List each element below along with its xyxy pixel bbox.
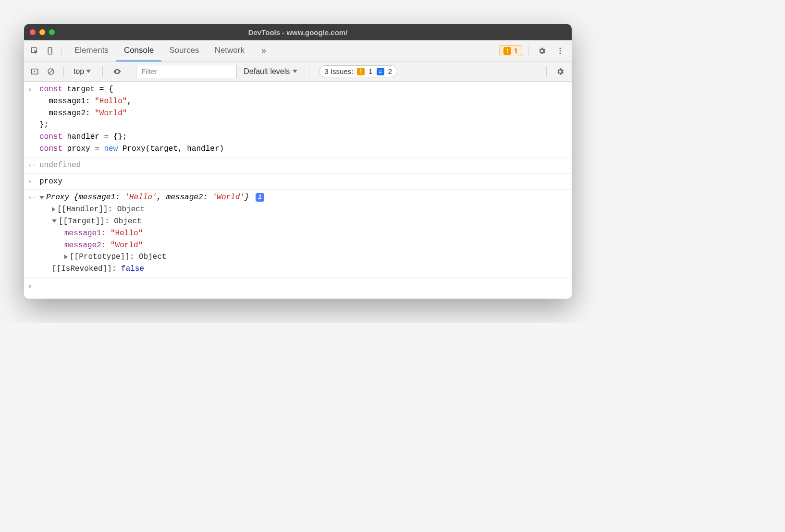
isrevoked-slot[interactable]: [[IsRevoked]]: false: [39, 263, 568, 275]
input-prompt-icon: ›: [28, 84, 39, 155]
context-selector[interactable]: top: [70, 66, 97, 77]
tab-sources[interactable]: Sources: [161, 40, 207, 61]
inspect-element-icon[interactable]: [28, 44, 41, 58]
tab-console[interactable]: Console: [116, 40, 161, 61]
output-indicator-icon: ‹·: [28, 192, 39, 275]
filter-input[interactable]: [136, 65, 237, 78]
console-input-row: › proxy: [24, 174, 572, 190]
tab-elements[interactable]: Elements: [67, 40, 116, 61]
tabbar-right: ! 1: [499, 43, 568, 59]
triangle-right-icon[interactable]: [64, 254, 68, 259]
panel-tabs: Elements Console Sources Network: [67, 40, 252, 61]
divider: [102, 66, 103, 77]
chevron-down-icon: [86, 70, 91, 73]
console-input-row: › const target = { message1: "Hello", me…: [24, 82, 572, 157]
proxy-summary[interactable]: Proxy {message1: 'Hello', message2: 'Wor…: [39, 192, 568, 204]
expanded-object[interactable]: Proxy {message1: 'Hello', message2: 'Wor…: [39, 192, 568, 275]
traffic-lights: [30, 29, 55, 35]
devtools-window: DevTools - www.google.com/ Elements Cons…: [24, 24, 572, 299]
console-settings-icon[interactable]: [552, 64, 568, 79]
warnings-count: 1: [514, 47, 518, 55]
svg-point-2: [560, 48, 561, 49]
titlebar: DevTools - www.google.com/: [24, 24, 572, 40]
svg-point-4: [560, 52, 561, 54]
issues-pill[interactable]: 3 Issues: ! 1 = 2: [319, 65, 397, 77]
handler-slot[interactable]: [[Handler]]: Object: [39, 204, 568, 216]
close-window-button[interactable]: [30, 29, 36, 35]
undefined-result: undefined: [39, 159, 568, 171]
target-slot[interactable]: [[Target]]: Object: [39, 216, 568, 228]
console-toolbar: top Default levels 3 Issues: ! 1 = 2: [24, 61, 572, 82]
property-message1[interactable]: message1: "Hello": [39, 228, 568, 240]
property-message2[interactable]: message2: "World": [39, 240, 568, 252]
more-menu-icon[interactable]: [552, 43, 568, 59]
divider: [309, 66, 309, 77]
issues-warn-count: 1: [368, 67, 372, 75]
more-tabs-button[interactable]: »: [257, 44, 270, 58]
code-block[interactable]: const target = { message1: "Hello", mess…: [39, 84, 568, 155]
svg-line-7: [49, 69, 53, 73]
triangle-down-icon[interactable]: [39, 196, 44, 199]
main-tabbar: Elements Console Sources Network » ! 1: [24, 40, 572, 61]
console-output-row: ‹· Proxy {message1: 'Hello', message2: '…: [24, 190, 572, 278]
svg-point-3: [560, 50, 561, 51]
context-label: top: [74, 67, 84, 76]
output-indicator-icon: ‹·: [28, 159, 39, 171]
window-title: DevTools - www.google.com/: [24, 28, 572, 36]
code-line[interactable]: proxy: [39, 176, 568, 188]
divider: [528, 46, 528, 56]
triangle-right-icon[interactable]: [52, 207, 55, 212]
warning-icon: !: [357, 68, 365, 75]
prototype-slot[interactable]: [[Prototype]]: Object: [39, 251, 568, 263]
levels-label: Default levels: [244, 67, 290, 76]
info-icon[interactable]: i: [256, 193, 264, 202]
console-output: › const target = { message1: "Hello", me…: [24, 82, 572, 299]
issues-info-count: 2: [388, 67, 392, 75]
info-icon: =: [377, 68, 384, 75]
svg-rect-1: [48, 48, 52, 54]
toggle-sidebar-icon[interactable]: [28, 65, 41, 78]
minimize-window-button[interactable]: [39, 29, 45, 35]
settings-icon[interactable]: [534, 43, 550, 59]
console-input[interactable]: [39, 280, 568, 292]
triangle-down-icon[interactable]: [52, 219, 57, 223]
divider: [63, 66, 64, 77]
input-prompt-icon: ›: [28, 280, 39, 292]
input-prompt-icon: ›: [28, 176, 39, 188]
warning-icon: !: [503, 47, 511, 55]
divider: [61, 46, 62, 56]
device-toolbar-icon[interactable]: [43, 44, 57, 58]
clear-console-icon[interactable]: [44, 65, 58, 78]
live-expression-icon[interactable]: [110, 65, 124, 78]
zoom-window-button[interactable]: [49, 29, 55, 35]
divider: [546, 66, 547, 77]
chevron-down-icon: [293, 70, 297, 73]
console-prompt-row[interactable]: ›: [24, 278, 572, 299]
divider: [130, 66, 130, 77]
issues-label: 3 Issues:: [324, 67, 353, 75]
warnings-badge[interactable]: ! 1: [499, 45, 522, 56]
console-output-row: ‹· undefined: [24, 157, 572, 174]
tab-network[interactable]: Network: [207, 40, 252, 61]
log-levels-selector[interactable]: Default levels: [240, 67, 303, 76]
